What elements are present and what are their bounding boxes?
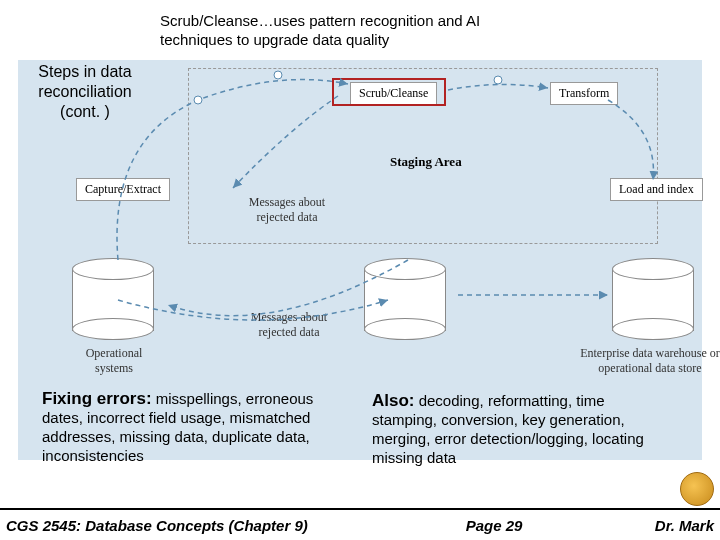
- scrub-highlight-box: [332, 78, 446, 106]
- operational-label: Operational systems: [68, 346, 160, 376]
- step-transform: Transform: [550, 82, 618, 105]
- slide-footer: CGS 2545: Database Concepts (Chapter 9) …: [0, 508, 720, 540]
- staging-area-label: Staging Area: [390, 154, 462, 170]
- enterprise-label: Enterprise data warehouse or operational…: [580, 346, 720, 376]
- footer-course: CGS 2545: Database Concepts (Chapter 9): [6, 517, 394, 534]
- rejected-msg-lower: Messages about rejected data: [234, 310, 344, 340]
- ucf-logo-icon: [680, 472, 714, 506]
- rejected-msg-upper: Messages about rejected data: [232, 195, 342, 225]
- also-block: Also: decoding, reformatting, time stamp…: [372, 390, 672, 468]
- footer-author: Dr. Mark: [594, 517, 714, 534]
- scrub-callout: Scrub/Cleanse…uses pattern recognition a…: [152, 8, 552, 54]
- step-load-index: Load and index: [610, 178, 703, 201]
- fixing-errors-heading: Fixing errors:: [42, 389, 152, 408]
- operational-db-icon: [72, 258, 154, 340]
- fixing-errors-block: Fixing errors: misspellings, erroneous d…: [42, 388, 342, 466]
- footer-page: Page 29: [394, 517, 594, 534]
- also-heading: Also:: [372, 391, 415, 410]
- staging-db-icon: [364, 258, 446, 340]
- enterprise-db-icon: [612, 258, 694, 340]
- slide-title: Steps in data reconciliation (cont. ): [20, 62, 150, 122]
- step-capture-extract: Capture/Extract: [76, 178, 170, 201]
